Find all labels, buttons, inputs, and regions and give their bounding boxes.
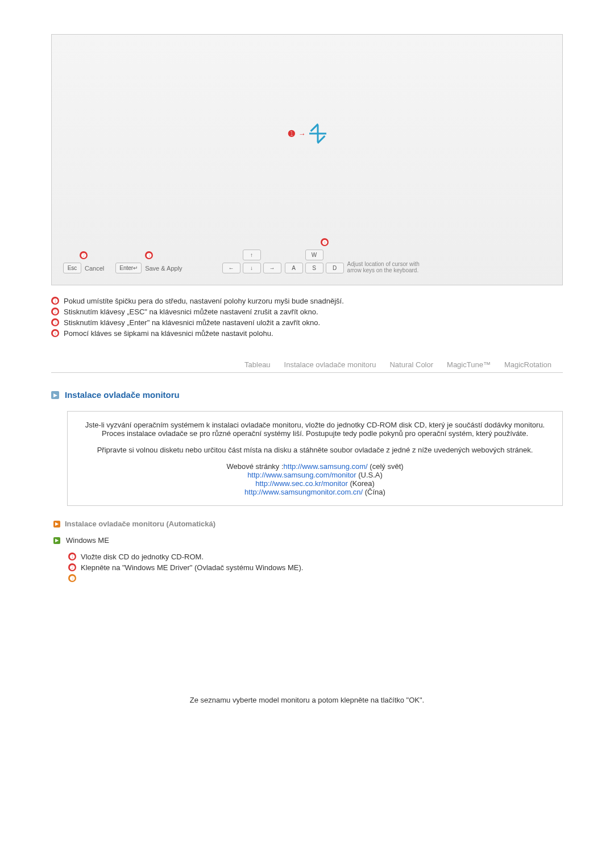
- bullet-1-text: Pokud umístíte špičku pera do středu, na…: [64, 297, 344, 305]
- marker-4-badge: ➍: [321, 238, 329, 246]
- marker-2-badge: ➋: [80, 251, 88, 259]
- calibration-panel: ➊ → ➋ Esc Cancel ➌ Enter↵ Save: [51, 34, 563, 285]
- bullet-4-badge: ➍: [51, 329, 59, 337]
- cancel-group: ➋ Esc Cancel: [63, 251, 104, 273]
- crosshair-icon: [309, 125, 326, 142]
- tab-natural-color[interactable]: Natural Color: [389, 360, 433, 369]
- tab-instalace[interactable]: Instalace ovladače monitoru: [284, 360, 376, 369]
- link-samsung-usa[interactable]: http://www.samsung.com/monitor: [247, 471, 356, 479]
- calibration-canvas: ➊ →: [52, 35, 562, 232]
- section-title: Instalace ovladače monitoru: [65, 390, 180, 400]
- calibration-instructions-list: ➊ Pokud umístíte špičku pera do středu, …: [51, 297, 563, 338]
- right-arrow-key[interactable]: →: [263, 263, 281, 273]
- step-2-text: Klepněte na "Windows ME Driver" (Ovladač…: [81, 563, 303, 572]
- down-arrow-key[interactable]: ↓: [243, 263, 261, 273]
- esc-key[interactable]: Esc: [63, 263, 81, 273]
- bullet-2-badge: ➋: [51, 308, 59, 315]
- enter-key[interactable]: Enter↵: [115, 263, 142, 273]
- info-para-2: Připravte si volnou disketu nebo určitou…: [79, 446, 551, 454]
- bullet-2-text: Stisknutím klávesy „ESC" na klávesnici m…: [64, 308, 318, 316]
- step-2-badge: ➋: [68, 563, 76, 571]
- save-apply-label: Save & Apply: [145, 265, 182, 272]
- step-1-badge: ➊: [68, 553, 76, 560]
- orange-bullet-icon: ▶: [53, 521, 60, 528]
- bullet-3-badge: ➌: [51, 318, 59, 326]
- bullet-1-badge: ➊: [51, 297, 59, 305]
- bullet-3-text: Stisknutím klávesy „Enter" na klávesnici…: [64, 318, 320, 327]
- os-title: Windows ME: [66, 536, 109, 545]
- d-key[interactable]: D: [326, 263, 344, 273]
- section-arrow-icon: ▶: [51, 391, 59, 399]
- bullet-4-text: Pomocí kláves se šipkami na klávesnici m…: [64, 329, 273, 338]
- tab-magicrotation[interactable]: MagicRotation: [504, 360, 551, 369]
- cancel-label: Cancel: [85, 265, 104, 272]
- save-group: ➌ Enter↵ Save & Apply: [115, 251, 182, 273]
- tabs-row: Tableau Instalace ovladače monitoru Natu…: [51, 360, 563, 373]
- w-key[interactable]: W: [305, 250, 323, 260]
- auto-install-header: ▶ Instalace ovladače monitoru (Automatic…: [53, 520, 563, 528]
- marker-3-badge: ➌: [145, 251, 153, 259]
- left-arrow-key[interactable]: ←: [222, 263, 240, 273]
- adjust-hint-text: Adjust location of cursor with arrow key…: [347, 261, 427, 273]
- tab-tableau[interactable]: Tableau: [244, 360, 271, 369]
- tab-magictune[interactable]: MagicTune™: [447, 360, 491, 369]
- arrow-right-icon: →: [298, 130, 306, 138]
- footnote-text: Ze seznamu vyberte model monitoru a poto…: [51, 696, 563, 704]
- link-samsung-china-suffix: (Čína): [363, 488, 385, 496]
- install-steps: ➊ Vložte disk CD do jednotky CD-ROM. ➋ K…: [68, 553, 563, 582]
- info-para-1: Jste-li vyzvání operačním systémem k ins…: [79, 421, 551, 438]
- arrow-keys-group: ➍ ↑ ← ↓ → W A S: [222, 238, 427, 273]
- up-arrow-key[interactable]: ↑: [243, 250, 261, 260]
- link-samsung-global-suffix: (celý svět): [368, 462, 404, 471]
- step-3-badge: ➌: [68, 574, 76, 582]
- link-sec-korea[interactable]: http://www.sec.co.kr/monitor: [255, 479, 348, 488]
- auto-install-title: Instalace ovladače monitoru (Automatická…: [65, 520, 215, 528]
- s-key[interactable]: S: [305, 263, 323, 273]
- web-label: Webové stránky :: [226, 462, 283, 471]
- link-samsung-global[interactable]: http://www.samsung.com/: [284, 462, 368, 471]
- link-samsung-china[interactable]: http://www.samsungmonitor.com.cn/: [244, 488, 363, 496]
- calibration-footer: ➋ Esc Cancel ➌ Enter↵ Save & Apply ➍ ↑: [52, 232, 562, 285]
- marker-1-badge: ➊: [288, 129, 295, 138]
- a-key[interactable]: A: [285, 263, 303, 273]
- green-bullet-icon: ▶: [53, 537, 60, 544]
- web-links: Webové stránky :http://www.samsung.com/ …: [79, 462, 551, 496]
- section-header: ▶ Instalace ovladače monitoru: [51, 390, 563, 400]
- link-sec-korea-suffix: (Korea): [348, 479, 375, 488]
- link-samsung-usa-suffix: (U.S.A): [356, 471, 383, 479]
- os-header: ▶ Windows ME: [53, 536, 563, 545]
- step-1-text: Vložte disk CD do jednotky CD-ROM.: [81, 553, 204, 561]
- driver-info-box: Jste-li vyzvání operačním systémem k ins…: [67, 411, 563, 506]
